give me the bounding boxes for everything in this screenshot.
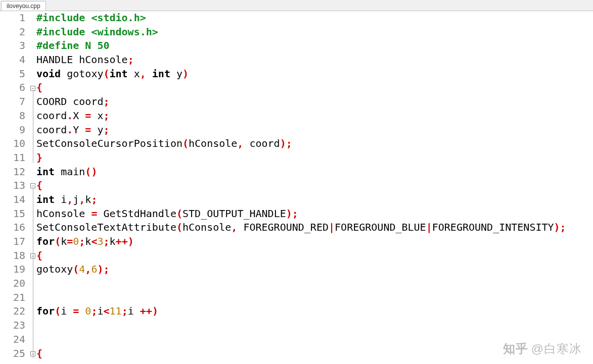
code-line[interactable] (36, 319, 593, 333)
line-number: 14 (0, 193, 25, 207)
line-number: 17 (0, 235, 25, 249)
code-line[interactable]: #include <stdio.h> (36, 11, 593, 25)
code-line[interactable]: int main() (36, 165, 593, 179)
code-line[interactable]: { (36, 347, 593, 361)
line-number: 5 (0, 67, 25, 81)
code-line[interactable] (36, 333, 593, 347)
code-area[interactable]: #include <stdio.h>#include <windows.h>#d… (36, 11, 593, 364)
line-number: 16 (0, 221, 25, 235)
fold-toggle-icon[interactable]: − (30, 183, 35, 188)
code-line[interactable]: coord.X = x; (36, 109, 593, 123)
code-line[interactable] (36, 277, 593, 291)
line-number: 2 (0, 25, 25, 39)
tab-bar: iloveyou.cpp (0, 0, 593, 11)
code-line[interactable]: SetConsoleCursorPosition(hConsole, coord… (36, 137, 593, 151)
line-number: 10 (0, 137, 25, 151)
code-line[interactable]: #define N 50 (36, 39, 593, 53)
line-number: 11 (0, 151, 25, 165)
fold-column: −−−− (29, 11, 36, 364)
code-line[interactable]: { (36, 81, 593, 95)
code-line[interactable]: #include <windows.h> (36, 25, 593, 39)
line-number: 13 (0, 179, 25, 193)
line-number: 4 (0, 53, 25, 67)
line-number: 20 (0, 277, 25, 291)
line-number: 3 (0, 39, 25, 53)
line-number: 1 (0, 11, 25, 25)
fold-toggle-icon[interactable]: − (30, 86, 35, 91)
code-editor[interactable]: 1234567891011121314151617181920212223242… (0, 11, 593, 364)
line-number: 18 (0, 249, 25, 263)
code-line[interactable]: for(k=0;k<3;k++) (36, 235, 593, 249)
line-number: 6 (0, 81, 25, 95)
code-line[interactable]: } (36, 151, 593, 165)
editor-window: iloveyou.cpp 123456789101112131415161718… (0, 0, 593, 364)
line-number: 25 (0, 347, 25, 361)
line-number: 23 (0, 319, 25, 333)
line-number: 22 (0, 304, 25, 319)
code-line[interactable]: hConsole = GetStdHandle(STD_OUTPUT_HANDL… (36, 207, 593, 221)
line-number-gutter: 1234567891011121314151617181920212223242… (0, 11, 29, 364)
code-line[interactable]: void gotoxy(int x, int y) (36, 67, 593, 81)
code-line[interactable]: for(i = 0;i<11;i ++) (36, 304, 593, 319)
code-line[interactable]: gotoxy(4,6); (36, 263, 593, 277)
line-number: 24 (0, 333, 25, 347)
file-tab[interactable]: iloveyou.cpp (1, 1, 46, 11)
code-line[interactable]: { (36, 179, 593, 193)
line-number: 15 (0, 207, 25, 221)
line-number: 7 (0, 95, 25, 109)
line-number: 21 (0, 291, 25, 305)
code-line[interactable]: SetConsoleTextAttribute(hConsole, FOREGR… (36, 221, 593, 235)
code-line[interactable] (36, 291, 593, 305)
line-number: 19 (0, 263, 25, 277)
line-number: 8 (0, 109, 25, 123)
line-number: 9 (0, 123, 25, 137)
code-line[interactable]: COORD coord; (36, 95, 593, 109)
line-number: 12 (0, 165, 25, 179)
code-line[interactable]: int i,j,k; (36, 193, 593, 207)
code-line[interactable]: coord.Y = y; (36, 123, 593, 137)
code-line[interactable]: { (36, 249, 593, 263)
code-line[interactable]: HANDLE hConsole; (36, 53, 593, 67)
fold-guide-line (33, 188, 33, 358)
fold-guide-line (33, 91, 33, 163)
